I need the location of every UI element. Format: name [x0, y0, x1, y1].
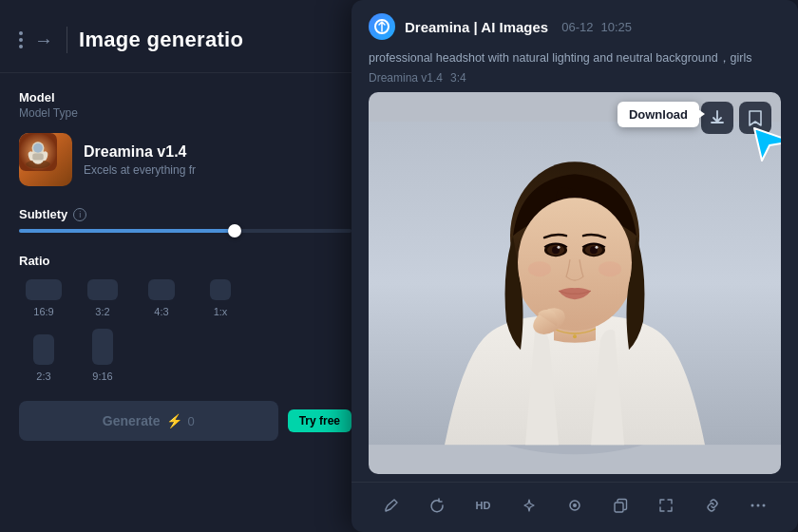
ratio-icon-4-3	[148, 279, 175, 300]
generate-bar: Generate ⚡ 0 Try free	[19, 401, 352, 441]
download-tooltip-container: Download	[618, 102, 699, 127]
subtlety-info-icon[interactable]: i	[73, 208, 86, 221]
generate-button[interactable]: Generate ⚡ 0	[19, 401, 278, 441]
svg-point-4	[33, 143, 43, 153]
model-name: Dreamina v1.4	[84, 143, 352, 161]
bottom-toolbar: HD	[352, 482, 798, 532]
ratio-label-3-2: 3:2	[95, 306, 109, 317]
ratio-btn-16-9[interactable]: 16:9	[19, 279, 68, 317]
svg-point-32	[762, 504, 765, 507]
ratio-btn-2-3[interactable]: 2:3	[19, 334, 68, 382]
download-button[interactable]	[701, 102, 733, 134]
more-button[interactable]	[743, 490, 773, 521]
left-panel: → Image generatio Model Model Type	[0, 0, 370, 532]
left-header: → Image generatio	[0, 0, 370, 73]
model-card[interactable]: Dreamina v1.4 Excels at everything fr	[19, 133, 352, 186]
page-title: Image generatio	[79, 28, 243, 52]
prompt-row: professional headshot with natural light…	[352, 49, 798, 92]
copy-button[interactable]	[605, 490, 636, 521]
ratio-icon-1x	[210, 279, 231, 300]
right-header: Dreamina | AI Images 06-12 10:25	[352, 0, 798, 49]
ratio-label-2-3: 2:3	[36, 370, 50, 382]
lightning-icon: ⚡	[166, 413, 182, 428]
hd-button[interactable]: HD	[468, 490, 499, 521]
ratio-label-1x: 1:x	[214, 306, 228, 317]
header-divider	[66, 27, 67, 53]
slider-track	[19, 229, 352, 233]
duration-tag: 3:4	[450, 71, 466, 85]
svg-point-23	[528, 261, 551, 276]
svg-point-18	[558, 245, 560, 248]
left-content: Model Model Type	[0, 73, 370, 458]
header-date: 06-12	[561, 20, 593, 34]
model-label: Model	[19, 90, 352, 104]
ratio-label-16-9: 16:9	[33, 306, 53, 317]
ratio-icon-3-2	[87, 279, 118, 300]
ratio-icon-2-3	[33, 334, 54, 365]
ratio-label-9-16: 9:16	[92, 370, 112, 382]
refresh-button[interactable]	[422, 490, 452, 521]
link-button[interactable]	[697, 490, 728, 521]
ratio-label-4-3: 4:3	[154, 306, 168, 317]
model-tag: Dreamina v1.4	[369, 71, 443, 85]
prompt-text: professional headshot with natural light…	[369, 49, 781, 67]
slider-fill	[19, 229, 236, 233]
image-container: Download	[369, 92, 781, 474]
ratio-grid-row1: 16:9 3:2 4:3 1:x	[19, 279, 352, 317]
ratio-btn-1x[interactable]: 1:x	[196, 279, 245, 317]
subtlety-row: Subtlety i	[19, 207, 352, 221]
model-info: Dreamina v1.4 Excels at everything fr	[84, 143, 352, 177]
ratio-btn-9-16[interactable]: 9:16	[78, 329, 127, 382]
generate-label: Generate	[103, 413, 161, 428]
ratio-icon-9-16	[92, 329, 113, 365]
model-desc: Excels at everything fr	[84, 163, 264, 177]
header-time: 10:25	[600, 20, 632, 34]
svg-marker-26	[754, 128, 781, 161]
arrow-right-icon: →	[34, 29, 53, 51]
ratio-btn-3-2[interactable]: 3:2	[78, 279, 127, 317]
tooltip-arrow	[698, 109, 705, 119]
magic-button[interactable]	[514, 490, 544, 521]
svg-point-28	[573, 504, 577, 507]
ratio-label: Ratio	[19, 254, 352, 268]
subtlety-label: Subtlety	[19, 207, 67, 221]
svg-point-30	[750, 504, 753, 507]
model-sublabel: Model Type	[19, 106, 352, 120]
download-tooltip: Download	[618, 102, 699, 127]
prompt-tags: Dreamina v1.4 3:4	[369, 71, 781, 85]
ratio-icon-16-9	[26, 279, 62, 300]
subtlety-slider[interactable]	[19, 229, 352, 233]
generate-count: 0	[188, 414, 195, 428]
app-name: Dreamina | AI Images	[405, 19, 548, 35]
expand-button[interactable]	[651, 490, 681, 521]
portrait-image	[369, 92, 781, 474]
menu-icon[interactable]	[19, 31, 23, 48]
svg-point-22	[596, 245, 598, 248]
slider-thumb[interactable]	[228, 224, 241, 238]
right-panel: Dreamina | AI Images 06-12 10:25 profess…	[352, 0, 798, 532]
ratio-grid-row2: 2:3 9:16	[19, 329, 352, 382]
try-free-badge[interactable]: Try free	[288, 409, 352, 432]
cursor-arrow	[749, 119, 781, 168]
svg-rect-7	[32, 153, 43, 160]
svg-point-24	[598, 261, 621, 276]
circle-button[interactable]	[560, 490, 590, 521]
edit-button[interactable]	[376, 490, 407, 521]
app-logo	[369, 13, 395, 40]
svg-point-11	[573, 334, 577, 338]
ratio-btn-4-3[interactable]: 4:3	[137, 279, 186, 317]
svg-point-31	[756, 504, 759, 507]
svg-rect-29	[615, 503, 623, 512]
model-thumbnail	[19, 133, 72, 186]
header-meta: 06-12 10:25	[561, 20, 632, 34]
